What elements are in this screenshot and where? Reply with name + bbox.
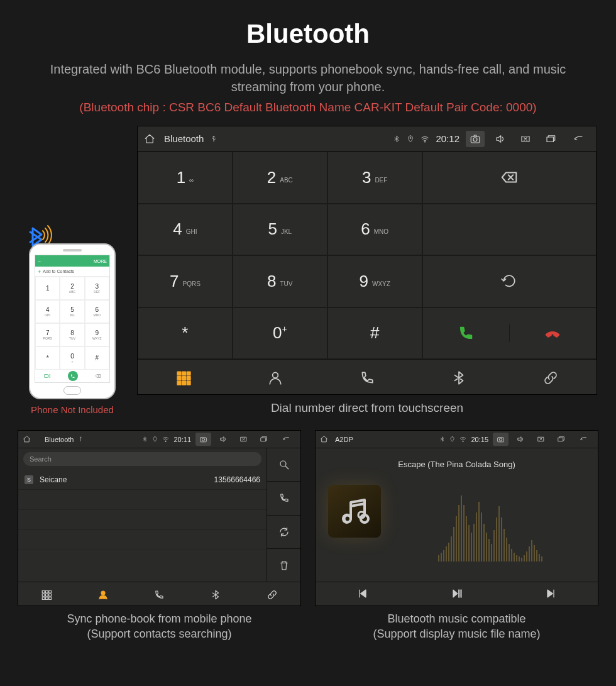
svg-rect-23	[42, 590, 45, 593]
dial-key-#[interactable]: #	[327, 307, 422, 360]
svg-point-1	[410, 137, 411, 138]
svg-point-16	[273, 372, 278, 378]
dial-key-6[interactable]: 6MNO	[327, 204, 422, 256]
svg-point-2	[425, 141, 426, 142]
search-input[interactable]: Search	[23, 452, 261, 466]
camera-button[interactable]	[493, 433, 509, 446]
tab-keypad[interactable]	[138, 360, 229, 396]
wifi-icon	[459, 435, 466, 443]
home-icon[interactable]	[144, 133, 155, 145]
search-button[interactable]	[267, 448, 300, 482]
contact-row[interactable]: S Seicane 13566664466	[18, 470, 267, 490]
svg-rect-8	[182, 372, 185, 375]
music-screen: A2DP 20:15 Escape (The Pina Colada Song)	[315, 430, 598, 606]
volume-button[interactable]	[216, 433, 231, 446]
pb-tab-bar	[18, 582, 300, 607]
recent-apps-button[interactable]	[553, 433, 569, 446]
pb-caption: Sync phone-book from mobile phone(Suppor…	[67, 611, 251, 642]
dial-key-2[interactable]: 2ABC	[233, 152, 327, 204]
back-button[interactable]	[566, 131, 590, 147]
dial-key-8[interactable]: 8TUV	[233, 255, 327, 307]
recent-apps-button[interactable]	[541, 131, 560, 147]
camera-button[interactable]	[195, 433, 211, 446]
tab-call-log[interactable]	[131, 582, 188, 607]
location-icon	[449, 435, 455, 443]
tab-contacts[interactable]	[75, 582, 131, 607]
svg-rect-13	[177, 381, 180, 384]
prev-track-button[interactable]	[356, 587, 369, 602]
svg-rect-7	[177, 372, 180, 375]
music-time: 20:15	[471, 436, 488, 443]
song-title: Escape (The Pina Colada Song)	[398, 460, 515, 469]
tab-bluetooth[interactable]	[413, 360, 505, 396]
tab-bluetooth[interactable]	[187, 582, 244, 607]
call-contact-button[interactable]	[267, 482, 300, 515]
tab-keypad[interactable]	[18, 582, 75, 607]
wifi-icon	[421, 133, 429, 145]
svg-rect-0	[45, 375, 48, 378]
phone-key-2: 2ABC	[60, 277, 84, 300]
next-track-button[interactable]	[544, 587, 557, 602]
music-controls	[316, 582, 598, 607]
dial-key-3[interactable]: 3DEF	[327, 152, 422, 204]
usb-icon	[78, 435, 84, 443]
phone-mock: ← MORE + Add to Contacts 12ABC3DEF4GHI5J…	[29, 243, 116, 399]
music-status-bar: A2DP 20:15	[316, 431, 598, 448]
delete-button[interactable]	[267, 549, 300, 582]
page-description: Integrated with BC6 Bluetooth module, su…	[31, 60, 585, 96]
dial-key-4[interactable]: 4GHI	[138, 204, 233, 256]
home-icon[interactable]	[23, 435, 31, 443]
dial-key-*[interactable]: *	[138, 307, 233, 360]
tab-pair[interactable]	[244, 582, 300, 607]
backspace-button[interactable]	[422, 152, 597, 204]
volume-button[interactable]	[513, 433, 529, 446]
tab-call-log[interactable]	[321, 360, 413, 396]
close-app-button[interactable]	[516, 131, 535, 147]
music-caption: Bluetooth music compatible(Support displ…	[373, 611, 540, 642]
sync-button[interactable]	[267, 516, 300, 549]
svg-rect-14	[182, 381, 185, 384]
svg-rect-21	[261, 438, 266, 441]
volume-button[interactable]	[491, 131, 510, 147]
wifi-icon	[162, 435, 169, 443]
phone-more-label: MORE	[94, 259, 107, 263]
back-button[interactable]	[573, 433, 593, 446]
phone-key-5: 5JKL	[60, 300, 84, 323]
contact-number: 13566664466	[214, 475, 260, 484]
page-title: Bluetooth	[0, 19, 616, 49]
close-app-button[interactable]	[533, 433, 549, 446]
usb-icon	[210, 133, 217, 145]
call-button[interactable]	[423, 324, 509, 342]
svg-rect-27	[45, 594, 48, 596]
svg-point-22	[280, 461, 286, 467]
pb-status-bar: Bluetooth 20:11	[18, 431, 300, 448]
home-icon[interactable]	[320, 435, 328, 443]
phone-key-*: *	[35, 346, 60, 370]
dial-key-7[interactable]: 7PQRS	[138, 255, 233, 307]
screen-title: Bluetooth	[164, 133, 204, 144]
redial-button[interactable]	[422, 255, 597, 307]
svg-rect-25	[49, 590, 52, 593]
recent-apps-button[interactable]	[256, 433, 272, 446]
dial-key-1[interactable]: 1∞	[138, 152, 233, 204]
dial-key-5[interactable]: 5JKL	[233, 204, 327, 256]
main-caption: Dial number direct from touchscreen	[271, 401, 463, 415]
status-bar: Bluetooth 20:12	[138, 126, 597, 152]
close-app-button[interactable]	[236, 433, 251, 446]
phone-key-0: 0+	[60, 346, 84, 370]
dial-key-9[interactable]: 9WXYZ	[327, 255, 422, 307]
phonebook-screen: Bluetooth 20:11 Search S Seicane	[18, 430, 301, 606]
phone-key-9: 9WXYZ	[85, 323, 109, 346]
svg-rect-6	[547, 137, 554, 142]
tab-pair[interactable]	[505, 360, 597, 396]
tab-contacts[interactable]	[229, 360, 321, 396]
dial-key-0[interactable]: 0+	[233, 307, 327, 360]
bluetooth-status-icon	[393, 133, 400, 145]
music-title: A2DP	[335, 436, 353, 443]
play-pause-button[interactable]	[450, 587, 463, 602]
hangup-button[interactable]	[509, 324, 596, 342]
phone-key-6: 6MNO	[85, 300, 109, 323]
back-button[interactable]	[276, 433, 296, 446]
camera-button[interactable]	[466, 131, 485, 147]
phone-column: ← MORE + Add to Contacts 12ABC3DEF4GHI5J…	[19, 243, 126, 415]
